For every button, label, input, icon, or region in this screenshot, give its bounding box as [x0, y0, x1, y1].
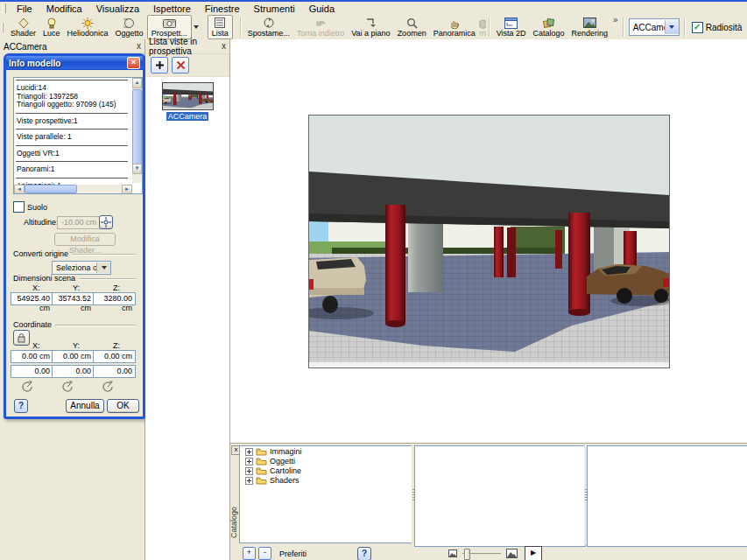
- tree-item-cartoline[interactable]: Cartoline: [240, 466, 412, 475]
- expand-plus-icon[interactable]: [245, 477, 253, 485]
- radiosita-checkbox[interactable]: ✓: [692, 22, 703, 33]
- altitude-picker-button[interactable]: [99, 215, 113, 229]
- seleziona-origine-select[interactable]: Seleziona origine: [52, 261, 111, 275]
- coord-z-input[interactable]: 0.00 cm: [93, 350, 136, 363]
- catalog-remove-button[interactable]: -: [258, 547, 271, 560]
- stat-viste-prospettive: Viste prospettive:1: [17, 117, 127, 126]
- panoramica-button[interactable]: Panoramica: [430, 16, 479, 38]
- menu-file[interactable]: File: [10, 3, 39, 15]
- thumbnail-size-slider[interactable]: [462, 553, 501, 554]
- scroll-down-icon[interactable]: ▼: [132, 164, 142, 174]
- expand-plus-icon[interactable]: [245, 448, 253, 456]
- catalog-items-panel[interactable]: [414, 445, 586, 547]
- suolo-checkbox-row[interactable]: Suolo: [13, 201, 47, 213]
- catalog-preview-panel[interactable]: [587, 445, 747, 547]
- views-panel-header: Lista viste in prospettiva x: [145, 39, 229, 54]
- vai-a-piano-button[interactable]: Vai a piano: [348, 16, 393, 38]
- preferiti-label[interactable]: Preferiti: [279, 550, 307, 558]
- dim-y-input[interactable]: 35743.52 cm: [52, 292, 95, 305]
- scrollbar-thumb[interactable]: [25, 185, 77, 193]
- altitudine-label: Altitudine:: [24, 218, 59, 227]
- catalog-add-button[interactable]: +: [243, 547, 256, 560]
- main-viewport[interactable]: [230, 39, 747, 443]
- toolbar-grip[interactable]: [2, 4, 6, 13]
- dim-y-label: Y:: [73, 284, 80, 292]
- slider-thumb[interactable]: [464, 549, 470, 560]
- perspective-render-image[interactable]: [308, 115, 670, 368]
- ok-button[interactable]: OK: [107, 399, 139, 413]
- toolbar-overflow-chevron[interactable]: »: [613, 15, 618, 24]
- add-view-button[interactable]: [151, 57, 168, 74]
- spostamento-button[interactable]: Spostame...: [244, 16, 293, 38]
- view-thumbnail-label[interactable]: ACCamera: [166, 112, 209, 121]
- dim-z-input[interactable]: 3280.00 cm: [93, 292, 136, 305]
- lista-button[interactable]: Lista: [208, 15, 233, 39]
- radiosita-checkbox-row[interactable]: ✓ Radiosità: [692, 22, 743, 33]
- annulla-button[interactable]: Annulla: [66, 399, 104, 413]
- zoomen-button[interactable]: Zoomen: [394, 16, 430, 38]
- panel-close-icon[interactable]: x: [137, 43, 141, 50]
- window-2d-icon: [504, 17, 518, 29]
- oggetto-button[interactable]: Oggetto: [112, 16, 147, 38]
- menu-strumenti[interactable]: Strumenti: [247, 3, 302, 15]
- stats-horizontal-scrollbar[interactable]: ◄ ►: [14, 185, 132, 193]
- combo-arrow-icon[interactable]: [665, 20, 679, 34]
- expand-plus-icon[interactable]: [245, 467, 253, 475]
- view-thumbnail-image[interactable]: [162, 82, 214, 110]
- stats-vertical-scrollbar[interactable]: ▲ ▼: [132, 78, 142, 183]
- camera-icon: [163, 17, 176, 29]
- shader-button[interactable]: Shader: [7, 16, 39, 38]
- tree-item-immagini[interactable]: Immagini: [240, 446, 412, 456]
- render-image-icon: [583, 17, 596, 29]
- menu-ispettore[interactable]: Ispettore: [146, 3, 198, 15]
- dialog-close-button[interactable]: ×: [127, 57, 140, 69]
- menu-guida[interactable]: Guida: [302, 3, 342, 15]
- prospettiva-dropdown-arrow[interactable]: [194, 25, 199, 29]
- coordinate-lock-button[interactable]: [13, 330, 30, 346]
- tree-item-shaders[interactable]: Shaders: [240, 475, 412, 485]
- scroll-up-icon[interactable]: ▲: [132, 78, 142, 88]
- scroll-left-icon[interactable]: ◄: [14, 185, 25, 194]
- dim-x-input[interactable]: 54925.40 cm: [11, 292, 53, 305]
- tree-item-oggetti[interactable]: Oggetti: [240, 456, 412, 466]
- rotate-z-dial[interactable]: [101, 380, 115, 394]
- vista-2d-button[interactable]: Vista 2D: [493, 16, 530, 38]
- catalog-help-button[interactable]: ?: [357, 547, 371, 560]
- camera-select[interactable]: ACCamera: [629, 18, 680, 36]
- expand-plus-icon[interactable]: [245, 458, 253, 466]
- view-thumbnail-item[interactable]: ACCamera: [162, 82, 214, 121]
- prospettiva-button[interactable]: Prospett...: [147, 15, 192, 39]
- menu-finestre[interactable]: Finestre: [198, 3, 247, 15]
- toolbar-grip[interactable]: [2, 23, 4, 32]
- undo-arrow-icon: [314, 17, 327, 29]
- scroll-right-icon[interactable]: ►: [122, 185, 132, 194]
- catalog-panel: x Catalogo Immagini Oggetti Cartoline: [230, 443, 747, 560]
- rotate-y-dial[interactable]: [60, 380, 74, 394]
- lightbulb-icon: [46, 17, 57, 29]
- rotate-x-dial[interactable]: [20, 380, 34, 394]
- coord-y-input[interactable]: 0.00 cm: [52, 350, 95, 363]
- delete-view-button[interactable]: [172, 57, 189, 74]
- combo-arrow-icon[interactable]: [96, 262, 110, 273]
- heliodonica-button[interactable]: Heliodonica: [64, 16, 112, 38]
- luce-button[interactable]: Luce: [39, 16, 64, 38]
- catalogo-button[interactable]: Catalogo: [530, 16, 568, 38]
- stat-viste-parallele: Viste parallele: 1: [17, 133, 127, 142]
- scrollbar-thumb[interactable]: [132, 89, 142, 168]
- coord-x-input[interactable]: 0.00 cm: [11, 350, 53, 363]
- suolo-checkbox[interactable]: [13, 201, 25, 213]
- menu-visualizza[interactable]: Visualizza: [89, 3, 146, 15]
- perspective-views-panel: Lista viste in prospettiva x ACCamera: [145, 39, 230, 560]
- folder-icon: [256, 457, 267, 466]
- rot-y-input[interactable]: 0.00: [52, 365, 95, 378]
- menu-modifica[interactable]: Modifica: [39, 3, 89, 15]
- dialog-titlebar[interactable]: Info modello ×: [6, 56, 143, 70]
- dialog-help-button[interactable]: ?: [14, 399, 28, 413]
- play-button[interactable]: ▶: [525, 546, 542, 560]
- rot-z-input[interactable]: 0.00: [93, 365, 136, 378]
- rot-x-input[interactable]: 0.00: [11, 365, 53, 378]
- rotation-dial-icon: [101, 380, 115, 394]
- panel-close-icon[interactable]: x: [222, 43, 226, 50]
- catalog-bottom-bar: + - Preferiti ? ▶: [230, 546, 747, 560]
- rendering-button[interactable]: Rendering: [568, 16, 612, 38]
